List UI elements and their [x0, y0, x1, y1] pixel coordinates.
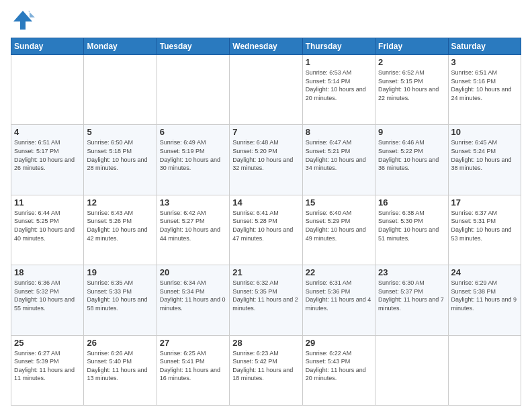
day-info: Sunrise: 6:27 AM Sunset: 5:39 PM Dayligh…: [14, 349, 81, 383]
day-info: Sunrise: 6:34 AM Sunset: 5:34 PM Dayligh…: [160, 279, 226, 312]
calendar-cell-3-1: 19Sunrise: 6:35 AM Sunset: 5:33 PM Dayli…: [84, 265, 157, 335]
day-info: Sunrise: 6:45 AM Sunset: 5:24 PM Dayligh…: [451, 138, 518, 172]
day-number: 3: [451, 57, 518, 67]
day-info: Sunrise: 6:23 AM Sunset: 5:42 PM Dayligh…: [232, 349, 299, 383]
day-number: 25: [14, 338, 81, 348]
calendar-cell-4-4: 29Sunrise: 6:22 AM Sunset: 5:43 PM Dayli…: [302, 335, 375, 405]
day-info: Sunrise: 6:42 AM Sunset: 5:27 PM Dayligh…: [160, 209, 226, 242]
day-info: Sunrise: 6:49 AM Sunset: 5:19 PM Dayligh…: [160, 138, 226, 172]
day-number: 9: [378, 127, 445, 137]
calendar-cell-2-2: 13Sunrise: 6:42 AM Sunset: 5:27 PM Dayli…: [157, 195, 229, 265]
calendar-cell-3-2: 20Sunrise: 6:34 AM Sunset: 5:34 PM Dayli…: [157, 265, 229, 335]
calendar-week-2: 11Sunrise: 6:44 AM Sunset: 5:25 PM Dayli…: [11, 195, 521, 265]
calendar-cell-1-5: 9Sunrise: 6:46 AM Sunset: 5:22 PM Daylig…: [375, 125, 448, 195]
calendar-cell-0-4: 1Sunrise: 6:53 AM Sunset: 5:14 PM Daylig…: [302, 55, 375, 125]
calendar-cell-0-6: 3Sunrise: 6:51 AM Sunset: 5:16 PM Daylig…: [448, 55, 521, 125]
calendar-body: 1Sunrise: 6:53 AM Sunset: 5:14 PM Daylig…: [11, 55, 521, 406]
weekday-header-monday: Monday: [84, 38, 157, 55]
weekday-header-saturday: Saturday: [448, 38, 521, 55]
calendar-cell-3-3: 21Sunrise: 6:32 AM Sunset: 5:35 PM Dayli…: [230, 265, 302, 335]
day-info: Sunrise: 6:40 AM Sunset: 5:29 PM Dayligh…: [306, 209, 372, 242]
day-number: 5: [87, 127, 153, 137]
day-info: Sunrise: 6:38 AM Sunset: 5:30 PM Dayligh…: [378, 209, 445, 242]
day-number: 18: [14, 267, 81, 277]
day-number: 8: [306, 127, 372, 137]
calendar-cell-4-6: [448, 335, 521, 405]
calendar-cell-0-1: [84, 55, 157, 125]
calendar-cell-4-1: 26Sunrise: 6:26 AM Sunset: 5:40 PM Dayli…: [84, 335, 157, 405]
calendar-cell-4-0: 25Sunrise: 6:27 AM Sunset: 5:39 PM Dayli…: [11, 335, 84, 405]
calendar-week-4: 25Sunrise: 6:27 AM Sunset: 5:39 PM Dayli…: [11, 335, 521, 405]
calendar-week-1: 4Sunrise: 6:51 AM Sunset: 5:17 PM Daylig…: [11, 125, 521, 195]
calendar-cell-1-0: 4Sunrise: 6:51 AM Sunset: 5:17 PM Daylig…: [11, 125, 84, 195]
day-info: Sunrise: 6:25 AM Sunset: 5:41 PM Dayligh…: [160, 349, 226, 383]
day-info: Sunrise: 6:48 AM Sunset: 5:20 PM Dayligh…: [232, 138, 299, 172]
day-number: 23: [378, 267, 445, 277]
day-info: Sunrise: 6:37 AM Sunset: 5:31 PM Dayligh…: [451, 209, 518, 242]
calendar-cell-3-0: 18Sunrise: 6:36 AM Sunset: 5:32 PM Dayli…: [11, 265, 84, 335]
day-number: 28: [232, 338, 299, 348]
svg-marker-1: [28, 11, 35, 17]
calendar-cell-0-5: 2Sunrise: 6:52 AM Sunset: 5:15 PM Daylig…: [375, 55, 448, 125]
calendar-cell-3-6: 24Sunrise: 6:29 AM Sunset: 5:38 PM Dayli…: [448, 265, 521, 335]
weekday-header-tuesday: Tuesday: [157, 38, 229, 55]
day-info: Sunrise: 6:26 AM Sunset: 5:40 PM Dayligh…: [87, 349, 153, 383]
calendar-cell-3-5: 23Sunrise: 6:30 AM Sunset: 5:37 PM Dayli…: [375, 265, 448, 335]
calendar-cell-0-3: [230, 55, 302, 125]
page: SundayMondayTuesdayWednesdayThursdayFrid…: [0, 0, 532, 411]
calendar-week-3: 18Sunrise: 6:36 AM Sunset: 5:32 PM Dayli…: [11, 265, 521, 335]
day-number: 14: [232, 197, 299, 208]
calendar-cell-1-1: 5Sunrise: 6:50 AM Sunset: 5:18 PM Daylig…: [84, 125, 157, 195]
header: [11, 8, 521, 32]
day-number: 4: [14, 127, 81, 137]
day-info: Sunrise: 6:51 AM Sunset: 5:16 PM Dayligh…: [451, 68, 518, 102]
calendar-cell-1-2: 6Sunrise: 6:49 AM Sunset: 5:19 PM Daylig…: [157, 125, 229, 195]
day-number: 17: [451, 197, 518, 208]
day-info: Sunrise: 6:32 AM Sunset: 5:35 PM Dayligh…: [232, 279, 299, 312]
calendar-cell-1-4: 8Sunrise: 6:47 AM Sunset: 5:21 PM Daylig…: [302, 125, 375, 195]
day-number: 21: [232, 267, 299, 277]
day-info: Sunrise: 6:43 AM Sunset: 5:26 PM Dayligh…: [87, 209, 153, 242]
calendar-cell-4-5: [375, 335, 448, 405]
calendar-cell-0-0: [11, 55, 84, 125]
day-info: Sunrise: 6:29 AM Sunset: 5:38 PM Dayligh…: [451, 279, 518, 312]
day-number: 11: [14, 197, 81, 208]
day-number: 20: [160, 267, 226, 277]
calendar-cell-4-3: 28Sunrise: 6:23 AM Sunset: 5:42 PM Dayli…: [230, 335, 302, 405]
calendar-cell-2-5: 16Sunrise: 6:38 AM Sunset: 5:30 PM Dayli…: [375, 195, 448, 265]
weekday-header-row: SundayMondayTuesdayWednesdayThursdayFrid…: [11, 38, 521, 55]
calendar-table: SundayMondayTuesdayWednesdayThursdayFrid…: [11, 38, 521, 406]
day-number: 15: [306, 197, 372, 208]
weekday-header-wednesday: Wednesday: [230, 38, 302, 55]
calendar-cell-2-0: 11Sunrise: 6:44 AM Sunset: 5:25 PM Dayli…: [11, 195, 84, 265]
day-info: Sunrise: 6:50 AM Sunset: 5:18 PM Dayligh…: [87, 138, 153, 172]
calendar-week-0: 1Sunrise: 6:53 AM Sunset: 5:14 PM Daylig…: [11, 55, 521, 125]
logo-icon: [11, 8, 35, 32]
day-number: 1: [306, 57, 372, 67]
svg-marker-0: [13, 11, 32, 30]
calendar-cell-3-4: 22Sunrise: 6:31 AM Sunset: 5:36 PM Dayli…: [302, 265, 375, 335]
day-info: Sunrise: 6:41 AM Sunset: 5:28 PM Dayligh…: [232, 209, 299, 242]
day-info: Sunrise: 6:35 AM Sunset: 5:33 PM Dayligh…: [87, 279, 153, 312]
day-number: 2: [378, 57, 445, 67]
day-info: Sunrise: 6:30 AM Sunset: 5:37 PM Dayligh…: [378, 279, 445, 312]
day-number: 19: [87, 267, 153, 277]
calendar-cell-2-1: 12Sunrise: 6:43 AM Sunset: 5:26 PM Dayli…: [84, 195, 157, 265]
calendar-cell-2-4: 15Sunrise: 6:40 AM Sunset: 5:29 PM Dayli…: [302, 195, 375, 265]
day-number: 27: [160, 338, 226, 348]
calendar-header: SundayMondayTuesdayWednesdayThursdayFrid…: [11, 38, 521, 55]
calendar-cell-2-3: 14Sunrise: 6:41 AM Sunset: 5:28 PM Dayli…: [230, 195, 302, 265]
day-info: Sunrise: 6:44 AM Sunset: 5:25 PM Dayligh…: [14, 209, 81, 242]
day-number: 16: [378, 197, 445, 208]
day-info: Sunrise: 6:31 AM Sunset: 5:36 PM Dayligh…: [306, 279, 372, 312]
day-info: Sunrise: 6:53 AM Sunset: 5:14 PM Dayligh…: [306, 68, 372, 102]
weekday-header-sunday: Sunday: [11, 38, 84, 55]
day-number: 22: [306, 267, 372, 277]
day-number: 7: [232, 127, 299, 137]
calendar-cell-1-6: 10Sunrise: 6:45 AM Sunset: 5:24 PM Dayli…: [448, 125, 521, 195]
logo: [11, 8, 38, 32]
calendar-cell-0-2: [157, 55, 229, 125]
day-number: 26: [87, 338, 153, 348]
day-number: 13: [160, 197, 226, 208]
day-number: 12: [87, 197, 153, 208]
